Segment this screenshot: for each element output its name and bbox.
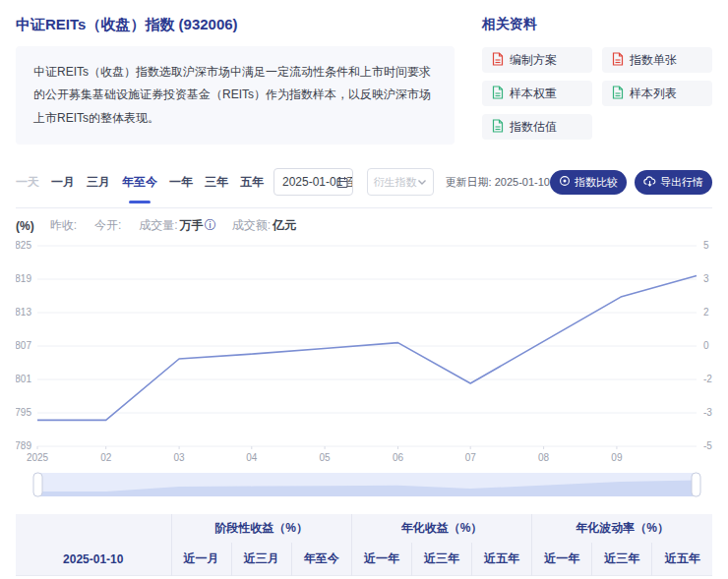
date-range-input[interactable]: 2025-01-01 至 2025-0 — [273, 168, 353, 196]
index-detail-page: 中证REITs（收盘）指数 (932006) 中证REITs（收盘）指数选取沪深… — [0, 0, 728, 579]
excel-file-icon — [492, 119, 504, 136]
svg-text:09: 09 — [611, 452, 623, 463]
performance-table: 阶段性收益（%）年化收益（%）年化波动率（%）2025-01-10近一月近三月年… — [16, 514, 712, 579]
svg-text:05: 05 — [320, 452, 332, 463]
range-tab: 一天 — [16, 174, 39, 191]
related-link-excel[interactable]: 样本列表 — [602, 81, 712, 106]
table-group-header-row: 阶段性收益（%）年化收益（%）年化波动率（%） — [16, 514, 712, 543]
svg-text:04: 04 — [246, 452, 258, 463]
range-tabs: 一天一月三月年至今一年三年五年 — [16, 174, 264, 191]
range-tab[interactable]: 三年 — [205, 174, 228, 191]
compare-index-button[interactable]: 指数比较 — [550, 170, 627, 195]
svg-text:801: 801 — [16, 374, 31, 384]
column-header: 近五年 — [472, 543, 532, 576]
column-header: 2025-01-10 — [16, 543, 171, 576]
pdf-file-icon — [612, 52, 624, 69]
date-range-start: 2025-01-01 — [282, 175, 342, 189]
column-header: 年至今 — [291, 543, 351, 576]
compare-target-icon — [559, 175, 571, 189]
related-link-excel[interactable]: 样本权重 — [482, 81, 592, 106]
svg-text:-3: -3 — [703, 407, 712, 418]
column-header: 近三年 — [411, 543, 471, 576]
calendar-icon — [336, 176, 348, 192]
column-header: 近三月 — [231, 543, 291, 576]
range-tab[interactable]: 三月 — [87, 174, 110, 191]
svg-text:2025: 2025 — [27, 452, 49, 463]
svg-text:807: 807 — [16, 340, 31, 351]
export-quotes-button[interactable]: 导出行情 — [635, 170, 712, 195]
column-header: 近一年 — [532, 543, 592, 576]
svg-text:2: 2 — [703, 307, 709, 318]
related-link-pdf[interactable]: 指数单张 — [602, 47, 712, 73]
slider-left-handle[interactable] — [33, 473, 42, 496]
svg-text:819: 819 — [16, 273, 31, 284]
svg-text:0: 0 — [703, 340, 709, 351]
range-tab[interactable]: 一月 — [51, 174, 75, 191]
chart-toolbar: 一天一月三月年至今一年三年五年 2025-01-01 至 2025-0 衍生指数… — [16, 168, 712, 208]
percent-unit-label: (%) — [16, 219, 34, 233]
table-column-header-row: 2025-01-10近一月近三月年至今近一年近三年近五年近一年近三年近五年 — [16, 543, 712, 576]
stat-item: 成交量:万手ⓘ — [139, 217, 215, 234]
svg-text:795: 795 — [16, 407, 31, 418]
range-tab[interactable]: 年至今 — [122, 174, 157, 191]
related-link-pdf[interactable]: 编制方案 — [482, 47, 592, 73]
cloud-download-icon — [643, 176, 656, 189]
stat-item: 今开: — [94, 217, 123, 234]
range-tab[interactable]: 五年 — [240, 174, 264, 191]
derived-index-select[interactable]: 衍生指数 — [367, 168, 434, 196]
column-header: 近三年 — [592, 543, 652, 576]
related-materials-title: 相关资料 — [482, 16, 712, 33]
stats-bar: (%) 昨收:今开:成交量:万手ⓘ成交额:亿元 — [16, 217, 712, 234]
stat-item: 成交额:亿元 — [232, 217, 296, 234]
svg-text:5: 5 — [703, 240, 709, 251]
chart-range-slider[interactable] — [16, 472, 712, 501]
pdf-file-icon — [492, 52, 504, 69]
price-chart[interactable]: 8255819381328070801-2795-3789-5202502030… — [16, 238, 712, 470]
range-slider-svg[interactable] — [16, 472, 712, 497]
svg-text:07: 07 — [465, 452, 477, 463]
svg-text:825: 825 — [16, 240, 31, 251]
svg-text:3: 3 — [703, 273, 709, 284]
svg-text:03: 03 — [174, 452, 186, 463]
column-header: 近一年 — [351, 543, 411, 576]
page-title: 中证REITs（收盘）指数 (932006) — [16, 16, 455, 34]
svg-text:08: 08 — [538, 452, 550, 463]
performance-table-head: 阶段性收益（%）年化收益（%）年化波动率（%）2025-01-10近一月近三月年… — [16, 514, 712, 576]
info-icon[interactable]: ⓘ — [205, 218, 216, 232]
related-links: 编制方案指数单张样本权重样本列表指数估值 — [482, 47, 712, 140]
stat-item: 昨收: — [50, 217, 79, 234]
group-header: 年化收益（%） — [351, 514, 531, 543]
svg-text:-5: -5 — [703, 440, 712, 451]
header-section: 中证REITs（收盘）指数 (932006) 中证REITs（收盘）指数选取沪深… — [16, 14, 712, 145]
derived-index-placeholder: 衍生指数 — [374, 175, 417, 190]
range-tab[interactable]: 一年 — [169, 174, 193, 191]
update-date-label: 更新日期: 2025-01-10 — [446, 175, 550, 190]
related-link-excel[interactable]: 指数估值 — [482, 114, 592, 140]
group-header: 阶段性收益（%） — [171, 514, 351, 543]
svg-text:06: 06 — [393, 452, 404, 463]
excel-file-icon — [612, 86, 624, 102]
series-line — [37, 276, 697, 421]
column-header: 近五年 — [652, 543, 712, 576]
svg-text:789: 789 — [16, 440, 31, 451]
index-description: 中证REITs（收盘）指数选取沪深市场中满足一定流动性条件和上市时间要求的公开募… — [33, 65, 431, 125]
index-description-box: 中证REITs（收盘）指数选取沪深市场中满足一定流动性条件和上市时间要求的公开募… — [16, 46, 455, 145]
svg-text:-2: -2 — [703, 374, 712, 384]
group-header-empty — [16, 514, 171, 543]
price-chart-svg: 8255819381328070801-2795-3789-5202502030… — [16, 238, 712, 466]
svg-text:813: 813 — [16, 307, 31, 318]
slider-right-handle[interactable] — [692, 473, 700, 496]
excel-file-icon — [492, 86, 504, 102]
chevron-down-icon — [417, 176, 427, 188]
column-header: 近一月 — [171, 543, 231, 576]
group-header: 年化波动率（%） — [532, 514, 712, 543]
svg-text:02: 02 — [100, 452, 112, 463]
